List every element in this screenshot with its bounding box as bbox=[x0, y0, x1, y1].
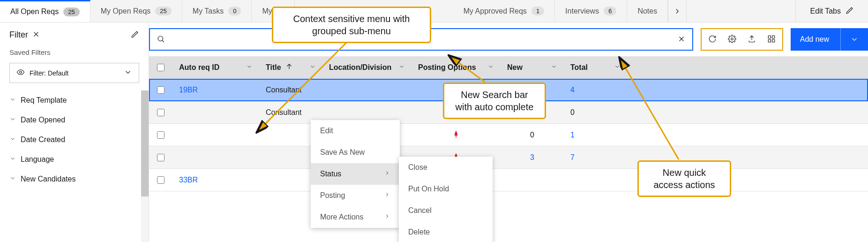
svg-rect-8 bbox=[768, 36, 771, 38]
acc-language[interactable]: Language bbox=[0, 150, 149, 169]
chevron-down-icon bbox=[124, 68, 132, 78]
acc-new-candidates[interactable]: New Candidates bbox=[0, 169, 149, 189]
ctx-label: Save As New bbox=[320, 148, 365, 157]
acc-date-created[interactable]: Date Created bbox=[0, 130, 149, 150]
add-new-button[interactable]: Add new bbox=[791, 28, 868, 51]
tab-notes[interactable]: Notes bbox=[627, 0, 668, 22]
col-label: Auto req ID bbox=[179, 63, 219, 72]
search-bar[interactable] bbox=[149, 28, 693, 51]
tab-my-approved-reqs[interactable]: My Approved Reqs 1 bbox=[295, 0, 555, 22]
chevron-down-icon[interactable] bbox=[309, 63, 316, 72]
row-checkbox[interactable] bbox=[157, 86, 165, 94]
col-label: Location/Division bbox=[329, 63, 391, 72]
table-row[interactable]: 33BR bbox=[149, 169, 868, 191]
filter-scrollbar-thumb[interactable] bbox=[141, 91, 149, 197]
req-id-link[interactable]: 33BR bbox=[179, 176, 198, 184]
table-row[interactable]: Consultant 0 0 bbox=[149, 101, 868, 124]
select-all-checkbox[interactable] bbox=[157, 64, 165, 71]
chevron-down-icon bbox=[9, 175, 16, 183]
col-location[interactable]: Location/Division bbox=[322, 63, 412, 72]
context-menu: Edit Save As New Status Posting More Act… bbox=[311, 120, 400, 228]
ctx-status[interactable]: Status bbox=[311, 163, 400, 185]
row-checkbox[interactable] bbox=[157, 131, 165, 139]
sub-close[interactable]: Close bbox=[399, 157, 493, 178]
acc-label: Date Opened bbox=[21, 116, 65, 124]
export-button[interactable] bbox=[748, 35, 756, 45]
svg-point-2 bbox=[20, 71, 22, 74]
add-new-dropdown[interactable] bbox=[840, 28, 859, 51]
ctx-label: Edit bbox=[320, 127, 333, 135]
acc-label: Date Created bbox=[21, 136, 65, 144]
svg-rect-10 bbox=[768, 39, 771, 42]
add-new-label: Add new bbox=[800, 35, 829, 44]
refresh-button[interactable] bbox=[708, 35, 717, 45]
tab-label: My Tasks bbox=[193, 7, 224, 15]
row-checkbox[interactable] bbox=[157, 176, 165, 184]
req-id-link[interactable]: 19BR bbox=[179, 86, 198, 94]
chevron-down-icon[interactable] bbox=[551, 63, 557, 72]
tab-count-badge: 6 bbox=[604, 7, 616, 15]
ctx-posting[interactable]: Posting bbox=[311, 185, 400, 206]
sub-cancel[interactable]: Cancel bbox=[399, 200, 493, 221]
table-row[interactable]: 19BR Consultant 4 bbox=[149, 79, 868, 101]
cell-total[interactable]: 1 bbox=[570, 131, 575, 139]
settings-button[interactable] bbox=[728, 35, 736, 45]
edit-tabs-button[interactable]: Edit Tabs bbox=[795, 0, 868, 22]
svg-rect-11 bbox=[772, 39, 774, 42]
chevron-down-icon[interactable] bbox=[487, 63, 494, 72]
table-row[interactable]: 3 7 bbox=[149, 146, 868, 169]
col-total[interactable]: Total bbox=[564, 63, 627, 72]
cell-new[interactable]: 3 bbox=[530, 153, 534, 162]
search-icon bbox=[157, 35, 165, 45]
acc-date-opened[interactable]: Date Opened bbox=[0, 110, 149, 130]
tab-my-open-reqs[interactable]: My Open Reqs 25 bbox=[90, 0, 182, 22]
saved-filter-select[interactable]: Filter: Default bbox=[9, 63, 139, 83]
selected-filter-label: Filter: Default bbox=[30, 69, 68, 77]
row-checkbox[interactable] bbox=[157, 109, 165, 116]
sub-put-on-hold[interactable]: Put On Hold bbox=[399, 178, 493, 200]
cell-total[interactable]: 7 bbox=[570, 153, 575, 162]
col-new[interactable]: New bbox=[501, 63, 564, 72]
tab-my-candidates[interactable]: My Ca bbox=[252, 0, 294, 22]
chevron-down-icon[interactable] bbox=[398, 63, 405, 72]
col-label: Total bbox=[570, 63, 588, 72]
chevron-down-icon[interactable] bbox=[614, 63, 621, 72]
sort-asc-icon bbox=[285, 62, 293, 73]
pin-icon bbox=[452, 107, 460, 118]
tab-count-badge: 1 bbox=[531, 7, 544, 15]
cell-title: Consultant bbox=[266, 86, 302, 94]
pin-icon bbox=[452, 85, 460, 95]
sub-delete[interactable]: Delete bbox=[399, 221, 493, 242]
search-input[interactable] bbox=[171, 35, 672, 44]
chevron-down-icon bbox=[9, 136, 16, 144]
apps-button[interactable] bbox=[767, 35, 776, 45]
tab-interviews[interactable]: Interviews 6 bbox=[555, 0, 627, 22]
eye-icon bbox=[16, 68, 25, 78]
ctx-edit[interactable]: Edit bbox=[311, 120, 400, 142]
acc-req-template[interactable]: Req Template bbox=[0, 91, 149, 110]
col-title[interactable]: Title bbox=[259, 62, 322, 73]
edit-filters-button[interactable] bbox=[131, 30, 139, 40]
close-icon[interactable] bbox=[32, 30, 40, 40]
ctx-save-as-new[interactable]: Save As New bbox=[311, 142, 400, 163]
tabs-scroll-right[interactable] bbox=[668, 0, 687, 22]
tab-label: My Open Reqs bbox=[101, 7, 151, 15]
quick-actions bbox=[701, 28, 783, 51]
tab-label: My Approved Reqs bbox=[464, 7, 527, 15]
chevron-down-icon bbox=[9, 155, 16, 164]
table-row[interactable]: 0 1 bbox=[149, 124, 868, 146]
col-auto-req-id[interactable]: Auto req ID bbox=[172, 63, 259, 72]
ctx-more-actions[interactable]: More Actions bbox=[311, 206, 400, 228]
row-checkbox[interactable] bbox=[157, 154, 165, 161]
cell-total: 0 bbox=[570, 108, 575, 117]
cell-new: 0 bbox=[530, 108, 534, 117]
tab-all-open-reqs[interactable]: All Open Reqs 25 bbox=[0, 0, 90, 22]
tab-my-tasks[interactable]: My Tasks 0 bbox=[182, 0, 252, 22]
filter-title: Filter bbox=[9, 30, 28, 40]
clear-search-button[interactable] bbox=[677, 35, 686, 45]
chevron-right-icon bbox=[384, 191, 390, 200]
chevron-down-icon[interactable] bbox=[246, 63, 253, 72]
cell-total[interactable]: 4 bbox=[570, 86, 575, 94]
tabs-bar: All Open Reqs 25 My Open Reqs 25 My Task… bbox=[0, 0, 868, 23]
col-posting-options[interactable]: Posting Options bbox=[412, 63, 501, 72]
